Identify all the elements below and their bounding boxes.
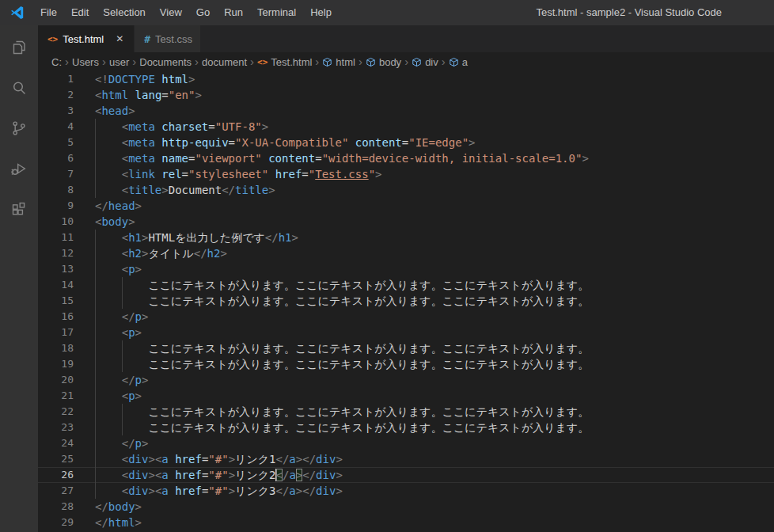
line-number: 8 [38,182,74,198]
tab-test-html[interactable]: <>Test.html✕ [38,25,135,52]
breadcrumb-item-a[interactable]: a [449,56,468,68]
breadcrumb-label: a [462,56,468,68]
breadcrumb-separator-icon: › [132,53,136,70]
breadcrumb-item-testhtml[interactable]: <>Test.html [257,56,312,68]
code-line-8[interactable]: 8<title>Document</title> [38,182,774,198]
source-control-icon [9,119,28,141]
code-line-1[interactable]: 1<!DOCTYPE html> [38,71,774,87]
breadcrumb-item-user[interactable]: user [109,56,129,68]
code-line-4[interactable]: 4<meta charset="UTF-8"> [38,119,774,135]
code-line-7[interactable]: 7<link rel="stylesheet" href="Test.css"> [38,166,774,182]
line-number: 20 [38,372,74,388]
code-content: </p> [95,309,774,325]
code-line-24[interactable]: 24</p> [38,435,774,451]
code-content: ここにテキストが入ります。ここにテキストが入ります。ここにテキストが入ります。 [95,277,774,293]
code-line-2[interactable]: 2<html lang="en"> [38,87,774,103]
breadcrumb-label: body [379,56,401,68]
code-line-23[interactable]: 23ここにテキストが入ります。ここにテキストが入ります。ここにテキストが入ります… [38,420,774,435]
code-line-6[interactable]: 6<meta name="viewport" content="width=de… [38,150,774,166]
symbol-cube-icon [412,57,422,67]
activity-item-explorer[interactable] [0,28,38,69]
code-line-16[interactable]: 16</p> [38,309,774,325]
breadcrumb-item-c[interactable]: C: [51,56,62,68]
code-content: ここにテキストが入ります。ここにテキストが入ります。ここにテキストが入ります。 [95,340,774,356]
breadcrumb-label: user [109,56,129,68]
indent-guide [95,467,96,483]
code-line-26[interactable]: 26<div><a href="#">リンク2</a></div> [38,467,774,483]
code-line-20[interactable]: 20</p> [38,372,774,388]
activity-item-extensions[interactable] [0,190,38,230]
indent-guide [95,230,96,245]
line-number: 6 [38,150,74,166]
menu-item-selection[interactable]: Selection [96,0,152,25]
line-number: 18 [38,340,74,356]
code-line-13[interactable]: 13<p> [38,261,774,277]
line-number: 29 [38,515,74,530]
code-editor[interactable]: 1<!DOCTYPE html>2<html lang="en">3<head>… [38,71,774,532]
code-content: <h1>HTMLを出力した例です</h1> [95,230,774,245]
code-line-27[interactable]: 27<div><a href="#">リンク3</a></div> [38,483,774,499]
code-line-5[interactable]: 5<meta http-equiv="X-UA-Compatible" cont… [38,135,774,150]
indent-guide [122,404,123,420]
menu-item-help[interactable]: Help [303,0,339,25]
bracket-match-highlight: > [296,469,302,481]
menu-item-terminal[interactable]: Terminal [250,0,303,25]
code-line-12[interactable]: 12<h2>タイトル</h2> [38,245,774,261]
breadcrumb-separator-icon: › [359,53,362,70]
vscode-window: FileEditSelectionViewGoRunTerminalHelp T… [0,0,774,532]
menu-item-view[interactable]: View [153,0,189,25]
code-line-14[interactable]: 14ここにテキストが入ります。ここにテキストが入ります。ここにテキストが入ります… [38,277,774,293]
close-tab-icon[interactable]: ✕ [113,33,126,44]
indent-guide [122,340,123,356]
tab-label: Test.html [63,33,104,45]
breadcrumb-item-document[interactable]: document [202,56,247,68]
breadcrumb-item-html[interactable]: html [322,56,355,68]
code-content: <p> [95,325,774,340]
code-line-15[interactable]: 15ここにテキストが入ります。ここにテキストが入ります。ここにテキストが入ります… [38,293,774,309]
indent-guide [95,435,96,451]
html-file-icon: <> [47,34,58,44]
line-number: 24 [38,435,74,451]
line-number: 12 [38,245,74,261]
breadcrumb-item-div[interactable]: div [412,56,438,68]
breadcrumb-item-users[interactable]: Users [72,56,99,68]
breadcrumb-item-body[interactable]: body [366,56,401,68]
breadcrumb-separator-icon: › [65,53,69,70]
activity-item-run-and-debug[interactable] [0,150,38,190]
indent-guide [95,483,96,499]
menu-item-file[interactable]: File [33,0,64,25]
code-line-19[interactable]: 19ここにテキストが入ります。ここにテキストが入ります。ここにテキストが入ります… [38,356,774,372]
code-line-25[interactable]: 25<div><a href="#">リンク1</a></div> [38,451,774,467]
code-content: <p> [95,261,774,277]
indent-guide [95,372,96,388]
activity-item-source-control[interactable] [0,109,38,150]
indent-guide [95,356,96,372]
line-number: 21 [38,388,74,404]
code-content: <h2>タイトル</h2> [95,245,774,261]
code-line-18[interactable]: 18ここにテキストが入ります。ここにテキストが入ります。ここにテキストが入ります… [38,340,774,356]
tab-test-css[interactable]: #Test.css [135,25,201,52]
symbol-cube-icon [366,57,376,67]
code-content: <html lang="en"> [95,87,774,103]
activity-item-search[interactable] [0,69,38,109]
code-content: <div><a href="#">リンク1</a></div> [95,451,774,467]
menu-item-go[interactable]: Go [189,0,217,25]
menu-item-run[interactable]: Run [217,0,250,25]
breadcrumb-label: div [425,56,438,68]
code-line-17[interactable]: 17<p> [38,325,774,340]
code-line-11[interactable]: 11<h1>HTMLを出力した例です</h1> [38,230,774,245]
line-number: 11 [38,230,74,245]
breadcrumb-separator-icon: › [404,53,408,70]
code-line-29[interactable]: 29</html> [38,515,774,530]
code-line-9[interactable]: 9</head> [38,198,774,214]
code-line-3[interactable]: 3<head> [38,103,774,119]
code-line-28[interactable]: 28</body> [38,499,774,515]
indent-guide [95,404,96,420]
code-line-22[interactable]: 22ここにテキストが入ります。ここにテキストが入ります。ここにテキストが入ります… [38,404,774,420]
breadcrumb-item-documents[interactable]: Documents [139,56,192,68]
code-line-21[interactable]: 21<p> [38,388,774,404]
code-content: <meta name="viewport" content="width=dev… [95,150,774,166]
menu-item-edit[interactable]: Edit [64,0,96,25]
indent-guide [122,277,123,293]
code-line-10[interactable]: 10<body> [38,214,774,230]
